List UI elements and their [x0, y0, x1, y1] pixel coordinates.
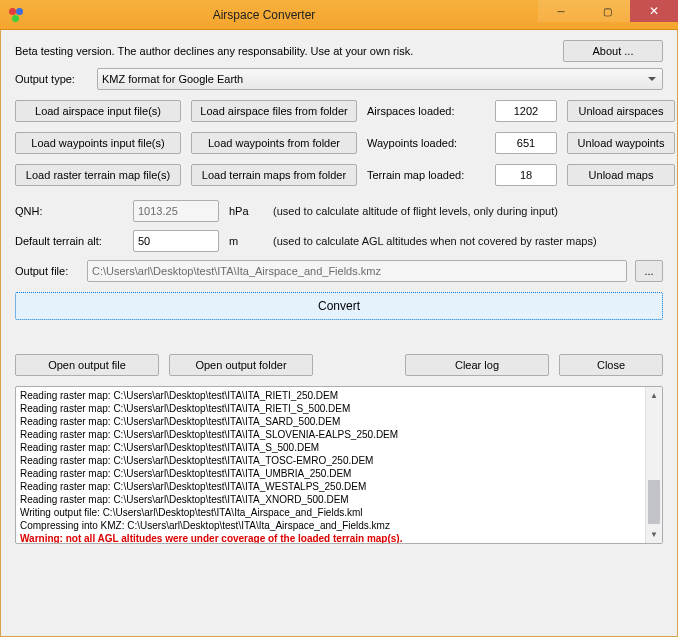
client-area: Beta testing version. The author decline… [0, 30, 678, 637]
load-terrain-folder-button[interactable]: Load terrain maps from folder [191, 164, 357, 186]
unload-maps-button[interactable]: Unload maps [567, 164, 675, 186]
airspaces-loaded-label: Airspaces loaded: [367, 105, 485, 117]
output-type-label: Output type: [15, 73, 97, 85]
output-type-select[interactable]: KMZ format for Google Earth [97, 68, 663, 90]
waypoints-loaded-label: Waypoints loaded: [367, 137, 485, 149]
terrain-alt-hint: (used to calculate AGL altitudes when no… [273, 235, 597, 247]
log-line: Reading raster map: C:\Users\arl\Desktop… [20, 428, 658, 441]
terrain-loaded-label: Terrain map loaded: [367, 169, 485, 181]
load-terrain-files-button[interactable]: Load raster terrain map file(s) [15, 164, 181, 186]
load-grid: Load airspace input file(s) Load airspac… [15, 100, 663, 186]
output-type-value: KMZ format for Google Earth [102, 73, 243, 85]
scroll-thumb[interactable] [648, 480, 660, 524]
waypoints-loaded-value: 651 [495, 132, 557, 154]
load-waypoints-files-button[interactable]: Load waypoints input file(s) [15, 132, 181, 154]
qnh-label: QNH: [15, 205, 127, 217]
log-line: Reading raster map: C:\Users\arl\Desktop… [20, 493, 658, 506]
scroll-track[interactable] [646, 404, 662, 526]
log-line: Reading raster map: C:\Users\arl\Desktop… [20, 467, 658, 480]
unload-waypoints-button[interactable]: Unload waypoints [567, 132, 675, 154]
airspaces-loaded-value: 1202 [495, 100, 557, 122]
log-panel: Reading raster map: C:\Users\arl\Desktop… [15, 386, 663, 544]
window-title: Airspace Converter [0, 8, 538, 22]
log-line: Reading raster map: C:\Users\arl\Desktop… [20, 415, 658, 428]
load-airspace-files-button[interactable]: Load airspace input file(s) [15, 100, 181, 122]
scroll-down-icon[interactable]: ▼ [646, 526, 662, 543]
browse-output-button[interactable]: ... [635, 260, 663, 282]
log-scrollbar[interactable]: ▲ ▼ [645, 387, 662, 543]
app-icon [8, 7, 24, 23]
terrain-alt-input[interactable] [133, 230, 219, 252]
qnh-input[interactable] [133, 200, 219, 222]
output-file-label: Output file: [15, 265, 79, 277]
load-airspace-folder-button[interactable]: Load airspace files from folder [191, 100, 357, 122]
clear-log-button[interactable]: Clear log [405, 354, 549, 376]
log-line: Reading raster map: C:\Users\arl\Desktop… [20, 480, 658, 493]
minimize-button[interactable]: ─ [538, 0, 584, 22]
open-output-file-button[interactable]: Open output file [15, 354, 159, 376]
log-text[interactable]: Reading raster map: C:\Users\arl\Desktop… [16, 387, 662, 543]
log-line: Reading raster map: C:\Users\arl\Desktop… [20, 441, 658, 454]
log-line: Compressing into KMZ: C:\Users\arl\Deskt… [20, 519, 658, 532]
titlebar: Airspace Converter ─ ▢ ✕ [0, 0, 678, 30]
toolbar-spacer [323, 354, 395, 376]
close-button[interactable]: Close [559, 354, 663, 376]
open-output-folder-button[interactable]: Open output folder [169, 354, 313, 376]
load-waypoints-folder-button[interactable]: Load waypoints from folder [191, 132, 357, 154]
maximize-button[interactable]: ▢ [584, 0, 630, 22]
log-line: Reading raster map: C:\Users\arl\Desktop… [20, 389, 658, 402]
qnh-unit: hPa [229, 205, 257, 217]
about-button[interactable]: About ... [563, 40, 663, 62]
terrain-loaded-value: 18 [495, 164, 557, 186]
log-line-warning: Warning: not all AGL altitudes were unde… [20, 532, 658, 543]
terrain-alt-unit: m [229, 235, 257, 247]
disclaimer-text: Beta testing version. The author decline… [15, 45, 413, 57]
convert-button[interactable]: Convert [15, 292, 663, 320]
close-window-button[interactable]: ✕ [630, 0, 678, 22]
log-line: Writing output file: C:\Users\arl\Deskto… [20, 506, 658, 519]
log-line: Reading raster map: C:\Users\arl\Desktop… [20, 402, 658, 415]
unload-airspaces-button[interactable]: Unload airspaces [567, 100, 675, 122]
scroll-up-icon[interactable]: ▲ [646, 387, 662, 404]
output-file-input[interactable] [87, 260, 627, 282]
terrain-alt-label: Default terrain alt: [15, 235, 127, 247]
qnh-hint: (used to calculate altitude of flight le… [273, 205, 558, 217]
log-line: Reading raster map: C:\Users\arl\Desktop… [20, 454, 658, 467]
